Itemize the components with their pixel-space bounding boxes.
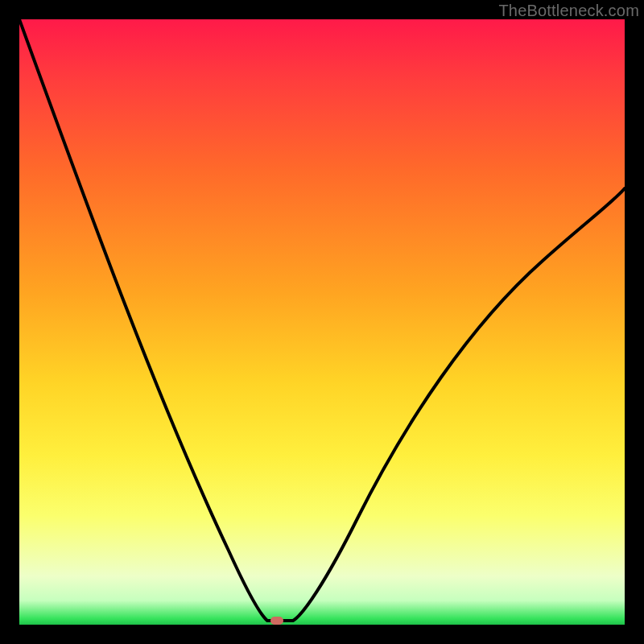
bottleneck-marker: [270, 617, 283, 625]
plot-area: [19, 19, 625, 625]
bottleneck-curve: [19, 19, 625, 625]
watermark-text: TheBottleneck.com: [498, 2, 639, 20]
chart-frame: TheBottleneck.com: [0, 0, 644, 644]
curve-path: [19, 19, 625, 621]
